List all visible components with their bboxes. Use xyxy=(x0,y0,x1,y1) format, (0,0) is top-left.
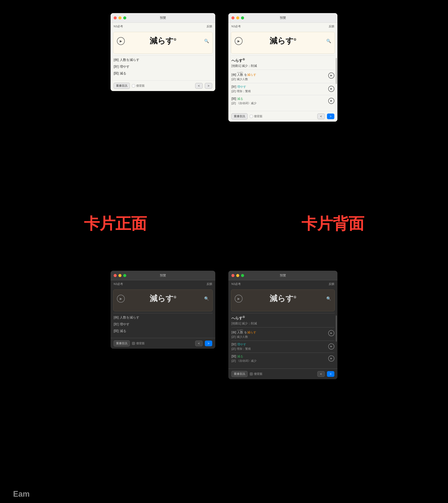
replay-button-df[interactable]: 重播音訊 xyxy=(114,340,130,347)
window-title-df: 預覽 xyxy=(160,274,166,277)
related-play-btn[interactable]: ▶ xyxy=(328,98,334,104)
example-label: [例] 人数にんずう を減らす xyxy=(231,72,334,77)
related-label-db: [関] 減る xyxy=(231,354,334,358)
related-highlight-db: 減る xyxy=(237,354,243,358)
prev-button-df[interactable]: < xyxy=(195,341,203,346)
next-button[interactable]: > xyxy=(205,83,212,89)
replay-button-back[interactable]: 重播音訊 xyxy=(231,113,248,119)
traffic-lights-back xyxy=(231,16,244,19)
back-content-db: へらす① [他動1] 減少；削減 [例] 人数にんずう を減らす [訳] 減少人… xyxy=(228,313,337,369)
front-only-label-db: 僅背面 xyxy=(254,372,262,376)
maximize-button-df[interactable] xyxy=(123,274,126,277)
front-only-checkbox-db[interactable] xyxy=(250,372,253,375)
related-item: [関] 減る xyxy=(114,71,212,76)
bottom-bar-db: 重播音訊 僅背面 < > xyxy=(228,369,337,379)
minimize-button-df[interactable] xyxy=(118,274,122,277)
play-button[interactable]: ▶ xyxy=(117,37,125,45)
card-front-header-df: ▶ 減らす① 🔍 xyxy=(117,293,209,304)
card-front-db: ▶ 減らす① 🔍 xyxy=(231,289,335,311)
front-only-label-back: 僅背面 xyxy=(254,114,262,118)
reading: へらす① xyxy=(231,58,334,63)
antonym-section-db: [対] 増やす [訳] 増加；繁殖 ▶ xyxy=(231,343,334,353)
card-front-header-db: ▶ 減らす① 🔍 xyxy=(235,293,331,304)
example-highlight: 減らす xyxy=(247,73,256,76)
close-button-back[interactable] xyxy=(231,16,235,19)
prev-button-back[interactable]: < xyxy=(317,114,325,119)
maximize-button-db[interactable] xyxy=(241,274,244,277)
play-button-db[interactable]: ▶ xyxy=(235,295,242,302)
titlebar-dark-front: 預覽 xyxy=(111,271,215,280)
minimize-button-back[interactable] xyxy=(236,16,239,19)
main-word: 減らす① xyxy=(150,35,176,46)
front-only-checkbox-back[interactable] xyxy=(250,115,253,118)
scrollbar-db[interactable] xyxy=(336,316,337,342)
prev-button[interactable]: < xyxy=(195,83,203,89)
maximize-button[interactable] xyxy=(123,16,126,19)
titlebar-dark-back: 預覽 xyxy=(228,271,337,280)
front-only-checkbox[interactable] xyxy=(132,84,135,87)
light-front-window: 預覽 N3必考 反饋 ▶ 減らす① 🔍 [例] 人数を減らす [対] 増やす [… xyxy=(111,13,215,91)
example-play-btn-db[interactable]: ▶ xyxy=(328,330,334,336)
minimize-button[interactable] xyxy=(118,16,122,19)
card-front-area: ▶ 減らす① 🔍 xyxy=(113,32,213,54)
play-button-back[interactable]: ▶ xyxy=(235,37,242,45)
play-button-df[interactable]: ▶ xyxy=(117,295,125,302)
feedback-link-back[interactable]: 反饋 xyxy=(329,24,334,28)
card-front-back-area: ▶ 減らす① 🔍 xyxy=(231,32,335,54)
feedback-link-db[interactable]: 反饋 xyxy=(329,282,334,286)
example-play-btn[interactable]: ▶ xyxy=(328,72,334,79)
next-button-db[interactable]: > xyxy=(327,371,334,377)
prev-button-db[interactable]: < xyxy=(317,371,325,377)
titlebar-light-front: 預覽 xyxy=(111,13,215,23)
dark-back-window: 預覽 N3必考 反饋 ▶ 減らす① 🔍 へらす① [他動1] 減少；削減 xyxy=(228,271,337,379)
close-button-db[interactable] xyxy=(231,274,235,277)
front-only-checkbox-df[interactable] xyxy=(132,342,135,345)
deck-tag: N3必考 xyxy=(114,24,123,28)
related-translation: [訳] 《自动词》减少 xyxy=(231,101,334,105)
example-item-df: [例] 人数を減らす xyxy=(114,316,212,320)
feedback-link[interactable]: 反饋 xyxy=(207,24,212,28)
search-button[interactable]: 🔍 xyxy=(204,39,209,43)
antonym-play-btn-db[interactable]: ▶ xyxy=(328,343,334,350)
next-button-df[interactable]: > xyxy=(205,341,212,346)
deck-tag-back: N3必考 xyxy=(231,24,241,28)
replay-button[interactable]: 重播音訊 xyxy=(114,83,130,89)
close-button-df[interactable] xyxy=(114,274,117,277)
search-button-df[interactable]: 🔍 xyxy=(204,296,209,301)
example-translation: [訳] 減少人数 xyxy=(231,77,334,81)
related-label: [関] 減る xyxy=(231,97,334,101)
light-back-window: 預覽 N3必考 反饋 ▶ 減らす① 🔍 へらす① [他動1] 減少；削減 xyxy=(228,13,337,122)
meta-bar-df: N3必考 反饋 xyxy=(111,280,215,288)
deck-tag-db: N3必考 xyxy=(231,282,241,286)
antonym-label: [対] 増やす xyxy=(231,85,334,89)
scrollbar[interactable] xyxy=(336,58,337,84)
example-translation-db: [訳] 減少人数 xyxy=(231,335,334,339)
reading-db: へらす① xyxy=(231,316,334,321)
close-button[interactable] xyxy=(114,16,117,19)
label-row: 卡片正面 卡片背面 xyxy=(0,177,448,271)
card-front-df: ▶ 減らす① 🔍 xyxy=(113,289,213,311)
bottom-row: 預覽 N3必考 反饋 ▶ 減らす① 🔍 [例] 人数を減らす [対] 増やす [… xyxy=(0,271,448,448)
feedback-link-df[interactable]: 反饋 xyxy=(207,282,212,286)
dark-front-window: 預覽 N3必考 反饋 ▶ 減らす① 🔍 [例] 人数を減らす [対] 増やす [… xyxy=(111,271,215,349)
related-play-btn-db[interactable]: ▶ xyxy=(328,355,334,362)
window-title-back: 預覽 xyxy=(280,16,286,20)
front-only-label-df: 僅背面 xyxy=(136,341,144,345)
titlebar-light-back: 預覽 xyxy=(228,13,337,23)
replay-button-db[interactable]: 重播音訊 xyxy=(231,371,248,377)
window-title-db: 預覽 xyxy=(280,274,286,277)
pos-meaning-db: [他動1] 減少；削減 xyxy=(231,321,334,327)
search-button-db[interactable]: 🔍 xyxy=(326,296,331,301)
maximize-button-back[interactable] xyxy=(241,16,244,19)
search-button-back[interactable]: 🔍 xyxy=(326,39,331,43)
related-highlight: 減る xyxy=(237,97,243,101)
back-content: へらす① [他動1] 減少；削減 [例] 人数にんずう を減らす [訳] 減少人… xyxy=(228,56,337,111)
front-only-checkbox-area: 僅背面 xyxy=(132,84,144,88)
antonym-play-btn[interactable]: ▶ xyxy=(328,86,334,92)
minimize-button-db[interactable] xyxy=(236,274,239,277)
front-label: 卡片正面 xyxy=(13,213,217,234)
front-only-checkbox-area-df: 僅背面 xyxy=(132,341,144,345)
antonym-translation-db: [訳] 増加；繁殖 xyxy=(231,347,334,351)
antonym-item: [対] 増やす xyxy=(114,65,212,69)
next-button-back[interactable]: > xyxy=(327,114,334,119)
